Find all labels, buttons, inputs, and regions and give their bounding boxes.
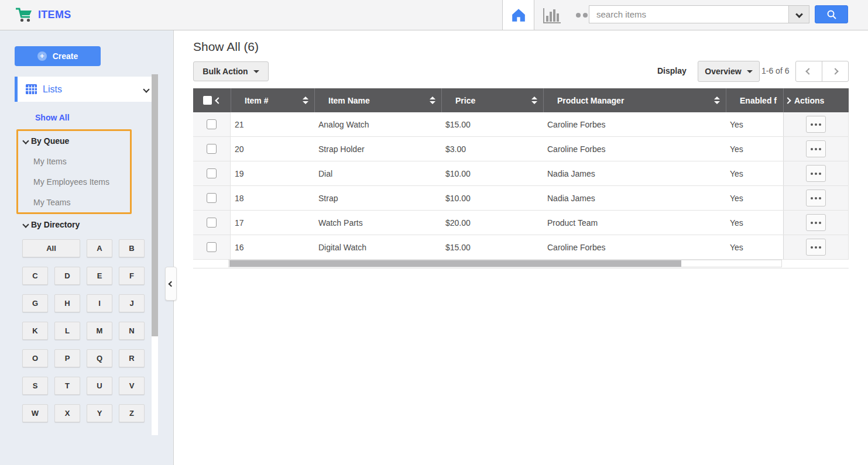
sidebar-scrollbar[interactable] <box>152 74 158 435</box>
cell-enabled: Yes <box>726 235 783 259</box>
directory-letter-v[interactable]: V <box>119 377 145 395</box>
cell-actions <box>783 112 849 136</box>
row-checkbox[interactable] <box>207 119 217 129</box>
directory-letter-d[interactable]: D <box>54 267 80 285</box>
sort-icon <box>531 97 537 104</box>
queue-item-my-employees-items[interactable]: My Employees Items <box>33 177 130 187</box>
column-header-enabled: Enabled f <box>726 88 783 112</box>
next-page-button[interactable] <box>822 61 849 82</box>
directory-letter-f[interactable]: F <box>119 267 145 285</box>
directory-letter-o[interactable]: O <box>22 349 48 367</box>
directory-letter-all[interactable]: All <box>22 239 80 257</box>
directory-letter-j[interactable]: J <box>119 294 145 312</box>
column-header-item-number[interactable]: Item # <box>231 88 314 112</box>
directory-letter-g[interactable]: G <box>22 294 48 312</box>
directory-letter-c[interactable]: C <box>22 267 48 285</box>
column-label: Enabled f <box>740 96 777 105</box>
directory-letter-u[interactable]: U <box>87 377 112 395</box>
cell-product-manager: Nadia James <box>543 186 726 210</box>
directory-letter-b[interactable]: B <box>119 239 145 257</box>
previous-page-button[interactable] <box>795 61 822 82</box>
chevron-left-icon[interactable] <box>215 97 221 104</box>
by-queue-label: By Queue <box>31 136 69 146</box>
row-checkbox[interactable] <box>207 144 217 154</box>
search-options-dropdown[interactable] <box>788 6 809 23</box>
directory-letter-x[interactable]: X <box>54 404 80 422</box>
cell-item-number: 16 <box>231 235 314 259</box>
sidebar-scrollbar-thumb[interactable] <box>152 74 158 336</box>
table-row: 17Watch Parts$20.00Product TeamYes <box>193 211 849 235</box>
search-icon <box>826 9 837 20</box>
directory-letter-y[interactable]: Y <box>87 404 112 422</box>
horizontal-scrollbar-thumb[interactable] <box>229 260 681 267</box>
row-actions-button[interactable] <box>806 140 826 157</box>
select-all-checkbox[interactable] <box>203 96 212 105</box>
directory-letter-k[interactable]: K <box>22 322 48 340</box>
sidebar-item-show-all[interactable]: Show All <box>35 113 70 122</box>
queue-item-my-teams[interactable]: My Teams <box>33 198 130 207</box>
cell-actions <box>783 137 849 161</box>
row-actions-button[interactable] <box>806 214 826 231</box>
chevron-right-icon[interactable] <box>784 97 791 104</box>
column-header-price[interactable]: Price <box>441 88 543 112</box>
main-content: Show All (6) Bulk Action Display Overvie… <box>174 30 868 465</box>
reports-button[interactable] <box>540 6 564 25</box>
directory-letter-p[interactable]: P <box>54 349 80 367</box>
queue-item-my-items[interactable]: My Items <box>33 157 130 166</box>
search-box <box>589 5 809 23</box>
directory-letter-t[interactable]: T <box>54 377 80 395</box>
row-checkbox[interactable] <box>207 242 217 252</box>
directory-letter-m[interactable]: M <box>87 322 112 340</box>
cell-product-manager: Caroline Forbes <box>543 112 726 136</box>
row-checkbox[interactable] <box>207 218 217 228</box>
row-checkbox[interactable] <box>207 193 217 203</box>
row-actions-button[interactable] <box>806 165 826 182</box>
directory-letter-s[interactable]: S <box>22 377 48 395</box>
column-header-item-name[interactable]: Item Name <box>314 88 441 112</box>
cell-actions <box>783 161 849 185</box>
sidebar: + Create Lists Show All By Queue My Item… <box>0 30 174 465</box>
directory-letter-a[interactable]: A <box>87 239 112 257</box>
cell-enabled: Yes <box>726 186 783 210</box>
letter-grid: AllABCDEFGHIJKLMNOPQRSTUVWXYZ <box>22 239 145 422</box>
by-directory-header[interactable]: By Directory <box>23 220 80 229</box>
by-queue-header[interactable]: By Queue <box>23 136 130 146</box>
cell-price: $15.00 <box>441 112 543 136</box>
row-actions-button[interactable] <box>806 190 826 206</box>
cell-actions <box>783 235 849 259</box>
directory-letter-w[interactable]: W <box>22 404 48 422</box>
directory-letter-e[interactable]: E <box>87 267 112 285</box>
horizontal-scrollbar-track[interactable] <box>228 260 782 267</box>
table-row: 19Dial$10.00Nadia JamesYes <box>193 161 849 186</box>
queue-items: My ItemsMy Employees ItemsMy Teams <box>18 157 130 207</box>
lists-label: Lists <box>43 84 144 95</box>
cell-item-number: 19 <box>231 161 314 185</box>
directory-letter-z[interactable]: Z <box>119 404 145 422</box>
directory-letter-r[interactable]: R <box>119 349 145 367</box>
directory-letter-h[interactable]: H <box>54 294 80 312</box>
row-select-cell <box>193 211 231 235</box>
directory-letter-q[interactable]: Q <box>87 349 112 367</box>
column-header-product-manager[interactable]: Product Manager <box>543 88 726 112</box>
row-actions-button[interactable] <box>806 116 826 133</box>
cell-actions <box>783 186 849 210</box>
cell-enabled: Yes <box>726 137 783 161</box>
search-button[interactable] <box>815 5 848 23</box>
search-input[interactable] <box>589 6 788 23</box>
bulk-action-button[interactable]: Bulk Action <box>193 61 269 81</box>
row-select-cell <box>193 112 231 136</box>
sidebar-collapse-handle[interactable] <box>165 267 177 301</box>
directory-letter-l[interactable]: L <box>54 322 80 340</box>
pager <box>795 61 849 82</box>
create-button[interactable]: + Create <box>15 46 101 66</box>
display-mode-dropdown[interactable]: Overview <box>698 61 760 82</box>
sidebar-item-lists[interactable]: Lists <box>15 77 158 102</box>
chevron-left-icon <box>805 68 812 74</box>
home-tab[interactable] <box>502 0 534 30</box>
row-actions-button[interactable] <box>806 239 826 256</box>
cell-product-manager: Product Team <box>543 211 726 235</box>
directory-letter-n[interactable]: N <box>119 322 145 340</box>
app-title: ITEMS <box>38 9 71 21</box>
directory-letter-i[interactable]: I <box>87 294 112 312</box>
row-checkbox[interactable] <box>207 168 217 178</box>
